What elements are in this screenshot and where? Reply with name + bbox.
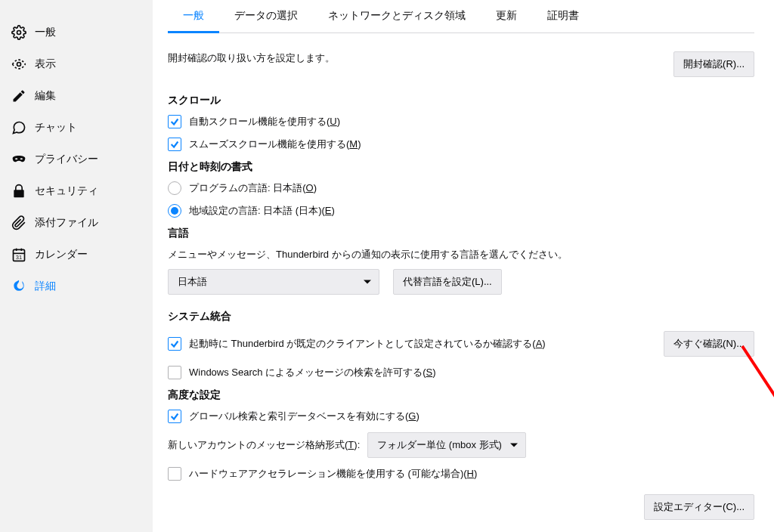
calendar-icon: 31 xyxy=(11,246,27,263)
checkbox-label: ハードウェアアクセラレーション機能を使用する (可能な場合)(H) xyxy=(189,467,477,481)
checkbox-icon xyxy=(168,366,181,379)
main-content: 一般 データの選択 ネットワークとディスク領域 更新 証明書 開封確認の取り扱い… xyxy=(153,0,774,532)
checkbox-icon xyxy=(168,138,181,151)
default-client-checkbox[interactable]: 起動時に Thunderbird が既定のクライアントとして設定されているか確認… xyxy=(168,337,546,351)
sidebar-item-label: 表示 xyxy=(35,57,56,71)
windows-search-checkbox[interactable]: Windows Search によるメッセージの検索を許可する(S) xyxy=(168,366,754,379)
sidebar-item-label: プライバシー xyxy=(35,153,98,166)
return-receipt-desc: 開封確認の取り扱い方を設定します。 xyxy=(168,51,335,65)
checkbox-icon xyxy=(168,410,181,423)
radio-icon xyxy=(168,204,181,218)
checkbox-label: 自動スクロール機能を使用する(U) xyxy=(189,115,340,128)
svg-point-1 xyxy=(17,63,21,66)
tab-certificates[interactable]: 証明書 xyxy=(532,0,594,32)
sidebar-item-label: カレンダー xyxy=(35,248,88,261)
sidebar-item-label: 詳細 xyxy=(35,280,56,293)
region-language-radio[interactable]: 地域設定の言語: 日本語 (日本)(E) xyxy=(168,204,754,218)
language-desc: メニューやメッセージ、Thunderbird からの通知の表示に使用する言語を選… xyxy=(168,248,754,261)
sidebar-item-composition[interactable]: 編集 xyxy=(0,80,153,112)
flame-icon xyxy=(11,278,27,295)
checkbox-icon xyxy=(168,337,181,351)
select-value: フォルダー単位 (mbox 形式) xyxy=(377,438,502,452)
global-search-checkbox[interactable]: グローバル検索と索引データベースを有効にする(G) xyxy=(168,410,754,423)
tab-general[interactable]: 一般 xyxy=(168,0,219,32)
checkbox-label: スムーズスクロール機能を使用する(M) xyxy=(189,138,361,151)
checkbox-label: グローバル検索と索引データベースを有効にする(G) xyxy=(189,410,420,423)
sidebar-item-calendar[interactable]: 31 カレンダー xyxy=(0,239,153,271)
svg-text:31: 31 xyxy=(16,254,22,261)
sidebar-item-label: 添付ファイル xyxy=(35,216,98,230)
scroll-heading: スクロール xyxy=(168,94,754,107)
storage-format-select[interactable]: フォルダー単位 (mbox 形式) xyxy=(367,432,526,458)
language-heading: 言語 xyxy=(168,227,754,240)
smooth-scroll-checkbox[interactable]: スムーズスクロール機能を使用する(M) xyxy=(168,138,754,151)
attachment-icon xyxy=(11,215,27,231)
sidebar-item-general[interactable]: 一般 xyxy=(0,17,153,48)
gear-icon xyxy=(11,24,27,41)
sidebar-item-security[interactable]: セキュリティ xyxy=(0,175,153,207)
pencil-icon xyxy=(11,88,27,104)
lock-icon xyxy=(11,183,27,200)
checkbox-icon xyxy=(168,467,181,481)
chat-icon xyxy=(11,119,27,136)
category-sidebar: 一般 表示 編集 チャット プライバシー セキュリティ 添付ファイル xyxy=(0,0,153,532)
config-editor-button[interactable]: 設定エディター(C)... xyxy=(644,494,754,520)
storage-format-label: 新しいアカウントのメッセージ格納形式(T): xyxy=(168,438,360,452)
system-heading: システム統合 xyxy=(168,310,754,323)
radio-label: プログラムの言語: 日本語(O) xyxy=(189,181,317,195)
checkbox-icon xyxy=(168,115,181,128)
select-value: 日本語 xyxy=(178,275,207,289)
sidebar-item-label: 一般 xyxy=(35,26,56,39)
language-select[interactable]: 日本語 xyxy=(168,269,379,295)
sidebar-item-label: チャット xyxy=(35,121,77,135)
eye-icon xyxy=(11,56,27,73)
tab-bar: 一般 データの選択 ネットワークとディスク領域 更新 証明書 xyxy=(168,0,754,33)
mask-icon xyxy=(11,151,27,168)
check-now-button[interactable]: 今すぐ確認(N)... xyxy=(664,331,754,357)
program-language-radio[interactable]: プログラムの言語: 日本語(O) xyxy=(168,181,754,195)
svg-point-0 xyxy=(17,31,21,35)
sidebar-item-display[interactable]: 表示 xyxy=(0,48,153,80)
sidebar-item-attachments[interactable]: 添付ファイル xyxy=(0,207,153,239)
advanced-heading: 高度な設定 xyxy=(168,388,754,402)
tab-data-choices[interactable]: データの選択 xyxy=(219,0,313,32)
return-receipt-button[interactable]: 開封確認(R)... xyxy=(673,51,754,77)
tab-update[interactable]: 更新 xyxy=(481,0,532,32)
sidebar-item-chat[interactable]: チャット xyxy=(0,112,153,144)
hw-accel-checkbox[interactable]: ハードウェアアクセラレーション機能を使用する (可能な場合)(H) xyxy=(168,467,754,481)
auto-scroll-checkbox[interactable]: 自動スクロール機能を使用する(U) xyxy=(168,115,754,128)
sidebar-item-advanced[interactable]: 詳細 xyxy=(0,271,153,302)
alt-language-button[interactable]: 代替言語を設定(L)... xyxy=(393,269,502,295)
sidebar-item-privacy[interactable]: プライバシー xyxy=(0,144,153,175)
radio-icon xyxy=(168,181,181,195)
datetime-heading: 日付と時刻の書式 xyxy=(168,160,754,174)
radio-label: 地域設定の言語: 日本語 (日本)(E) xyxy=(189,204,335,218)
sidebar-item-label: セキュリティ xyxy=(35,184,98,198)
checkbox-label: Windows Search によるメッセージの検索を許可する(S) xyxy=(189,366,436,379)
checkbox-label: 起動時に Thunderbird が既定のクライアントとして設定されているか確認… xyxy=(189,337,546,351)
sidebar-item-label: 編集 xyxy=(35,89,56,103)
tab-network-disk[interactable]: ネットワークとディスク領域 xyxy=(313,0,481,32)
